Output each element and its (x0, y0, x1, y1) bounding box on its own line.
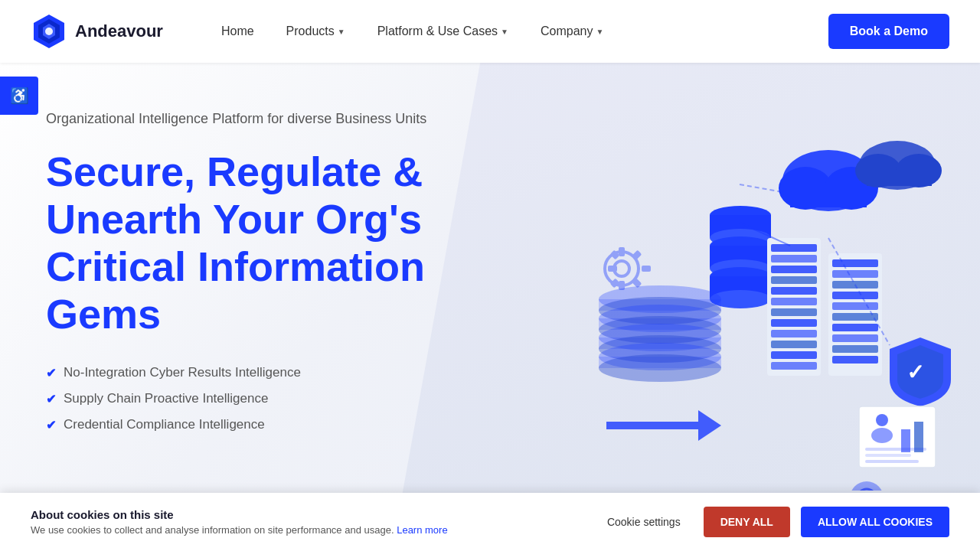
svg-rect-49 (832, 302, 878, 310)
svg-rect-6 (619, 247, 625, 256)
svg-rect-21 (867, 171, 932, 186)
cookie-buttons: Cookie settings DENY ALL ALLOW ALL COOKI… (595, 507, 949, 537)
svg-rect-41 (771, 341, 817, 348)
navbar: Andeavour Home Products ▼ Platform & Use… (0, 0, 980, 63)
hero-section: Organizational Intelligence Platform for… (0, 63, 980, 551)
svg-rect-40 (771, 330, 817, 337)
svg-rect-32 (771, 244, 817, 252)
svg-marker-70 (606, 410, 721, 441)
hero-illustration: ✓ (554, 78, 965, 536)
svg-rect-38 (771, 308, 817, 316)
svg-rect-34 (771, 266, 817, 273)
svg-rect-39 (771, 319, 817, 327)
feature-label-2: Supply Chain Proactive Intelligence (64, 391, 268, 406)
svg-rect-51 (832, 324, 878, 331)
check-icon-1: ✔ (46, 366, 56, 380)
products-chevron-icon: ▼ (338, 28, 345, 36)
svg-line-81 (740, 184, 782, 192)
hero-right: ✓ (539, 63, 980, 551)
cookie-banner: About cookies on this site We use cookie… (0, 493, 980, 551)
svg-rect-77 (865, 448, 926, 451)
svg-rect-79 (865, 460, 919, 463)
svg-rect-8 (608, 266, 617, 272)
svg-rect-45 (832, 259, 878, 267)
feature-item-3: ✔ Credential Compliance Intelligence (46, 417, 493, 432)
svg-rect-53 (832, 345, 878, 353)
svg-rect-9 (642, 266, 651, 272)
accessibility-icon: ♿ (10, 86, 29, 105)
accessibility-button[interactable]: ♿ (0, 77, 38, 115)
svg-point-3 (45, 28, 53, 35)
allow-all-cookies-button[interactable]: ALLOW ALL COOKIES (801, 507, 949, 537)
svg-rect-43 (771, 362, 817, 370)
nav-company[interactable]: Company ▼ (528, 18, 616, 44)
hero-features-list: ✔ No-Integration Cyber Results Intellige… (46, 365, 493, 432)
svg-text:✓: ✓ (906, 360, 924, 384)
svg-point-69 (599, 354, 721, 382)
feature-label-1: No-Integration Cyber Results Intelligenc… (64, 365, 301, 380)
svg-rect-54 (832, 356, 878, 364)
svg-rect-35 (771, 276, 817, 284)
nav-links: Home Products ▼ Platform & Use Cases ▼ C… (209, 18, 828, 44)
svg-point-74 (871, 428, 893, 443)
cookie-text-area: About cookies on this site We use cookie… (31, 508, 572, 536)
check-icon-3: ✔ (46, 418, 56, 432)
logo-link[interactable]: Andeavour (31, 13, 163, 50)
check-icon-2: ✔ (46, 392, 56, 406)
svg-rect-17 (790, 188, 867, 207)
logo-icon (31, 13, 67, 50)
brand-name: Andeavour (75, 21, 163, 41)
company-chevron-icon: ▼ (596, 28, 603, 36)
svg-point-73 (876, 414, 888, 426)
deny-all-button[interactable]: DENY ALL (704, 507, 790, 537)
feature-label-3: Credential Compliance Intelligence (64, 417, 265, 432)
svg-rect-48 (832, 292, 878, 299)
svg-rect-46 (832, 270, 878, 278)
svg-rect-37 (771, 298, 817, 305)
svg-rect-33 (771, 255, 817, 262)
cookie-learn-more-link[interactable]: Learn more (397, 524, 447, 536)
svg-rect-78 (865, 454, 911, 457)
cookie-settings-button[interactable]: Cookie settings (595, 508, 693, 536)
hero-left: Organizational Intelligence Platform for… (0, 63, 539, 551)
book-demo-button[interactable]: Book a Demo (828, 14, 949, 49)
cookie-description: We use cookies to collect and analyse in… (31, 524, 572, 536)
hero-subtitle: Organizational Intelligence Platform for… (46, 109, 493, 129)
svg-rect-36 (771, 287, 817, 295)
svg-rect-52 (832, 334, 878, 342)
platform-chevron-icon: ▼ (501, 28, 508, 36)
feature-item-2: ✔ Supply Chain Proactive Intelligence (46, 391, 493, 406)
nav-home[interactable]: Home (209, 18, 266, 44)
hero-title: Secure, Regulate & Unearth Your Org's Cr… (46, 148, 493, 337)
nav-platform[interactable]: Platform & Use Cases ▼ (365, 18, 521, 44)
nav-products[interactable]: Products ▼ (274, 18, 358, 44)
cookie-title: About cookies on this site (31, 508, 572, 521)
svg-rect-72 (859, 406, 936, 468)
svg-rect-42 (771, 351, 817, 359)
feature-item-1: ✔ No-Integration Cyber Results Intellige… (46, 365, 493, 380)
